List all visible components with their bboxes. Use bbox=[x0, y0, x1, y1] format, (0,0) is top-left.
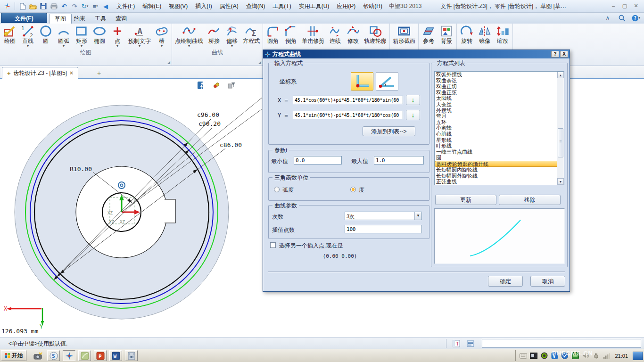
polar-coord-button[interactable] bbox=[376, 72, 398, 90]
menu-help[interactable]: 帮助(H) bbox=[359, 0, 386, 13]
save-icon[interactable] bbox=[39, 2, 48, 10]
dimension-r10[interactable]: R10.00 bbox=[70, 165, 92, 173]
help-icon[interactable]: ?▾ bbox=[632, 14, 640, 22]
list-item[interactable]: 心脏线 bbox=[435, 131, 564, 137]
ribbon-item-background[interactable]: 背景 bbox=[438, 25, 455, 49]
list-item[interactable]: 外摆线 bbox=[435, 107, 564, 114]
dimension-d96[interactable]: c96.00 bbox=[197, 111, 219, 118]
tab-close-icon[interactable]: × bbox=[70, 70, 73, 76]
tab-constraint[interactable]: 约束 bbox=[69, 14, 91, 24]
tab-sketch[interactable]: 草图 bbox=[49, 14, 72, 24]
ribbon-item-line[interactable]: 12 直线▾ bbox=[19, 25, 37, 49]
dialog-help-button[interactable]: ? bbox=[551, 51, 559, 58]
list-item[interactable]: 正弦曲线 bbox=[435, 179, 564, 185]
quicklaunch-notes-icon[interactable] bbox=[78, 350, 91, 361]
ribbon-item-bridge[interactable]: 桥接 bbox=[205, 25, 223, 49]
list-item[interactable]: 五环 bbox=[435, 119, 564, 125]
equation-listbox[interactable]: 双弧外摆线 双曲余弦 双曲正切 双曲正弦 太阳线 天蚕丝 外摆线 弯月 五环 小… bbox=[434, 71, 564, 185]
add-to-list-button[interactable]: 添加到列表--> bbox=[363, 126, 415, 136]
list-item[interactable]: 一峰三驻点曲线 bbox=[435, 149, 564, 155]
taskbar-clock[interactable]: 21:01 bbox=[613, 353, 630, 359]
ribbon-item-connect[interactable]: 连续 bbox=[326, 25, 344, 49]
scrollbar-thumb[interactable] bbox=[558, 128, 563, 157]
insert-point-checkbox[interactable] bbox=[270, 242, 276, 248]
menu-applications[interactable]: 应用(P) bbox=[333, 0, 359, 13]
eraser-icon[interactable] bbox=[211, 80, 222, 90]
list-item[interactable]: 圆 bbox=[435, 155, 564, 161]
x-equation-expand-button[interactable]: ↓ bbox=[406, 95, 420, 105]
quicklaunch-powerpoint-icon[interactable]: P bbox=[94, 350, 107, 361]
cancel-button[interactable]: 取消 bbox=[530, 276, 565, 287]
minimize-button[interactable]: – bbox=[609, 2, 618, 10]
y-equation-input[interactable] bbox=[293, 111, 403, 119]
ribbon-item-scale[interactable]: 缩放 bbox=[494, 25, 512, 49]
restore-button[interactable]: ▢ bbox=[620, 2, 629, 10]
collapse-ribbon-icon[interactable]: ∧ bbox=[603, 14, 612, 22]
menu-view[interactable]: 视图(V) bbox=[165, 0, 191, 13]
list-item[interactable]: 星形线 bbox=[435, 137, 564, 143]
dialog-close-button[interactable]: X bbox=[560, 51, 568, 58]
scroll-up-icon[interactable]: ▲ bbox=[557, 72, 564, 78]
ribbon-item-mirror[interactable]: 镜像 bbox=[476, 25, 494, 49]
degree-combobox[interactable]: 3次 ▼ bbox=[345, 212, 422, 220]
file-menu-button[interactable]: 文件(F) bbox=[1, 13, 47, 23]
ribbon-item-ready-text[interactable]: A 预制文字▾ bbox=[126, 25, 153, 49]
ribbon-item-rectangle[interactable]: 矩形▾ bbox=[73, 25, 91, 49]
ribbon-item-ellipse[interactable]: 椭圆 bbox=[91, 25, 108, 49]
list-item[interactable]: 双曲正切 bbox=[435, 83, 564, 90]
quicklaunch-zw3d-icon[interactable] bbox=[63, 350, 75, 361]
list-item[interactable]: 长短幅圆内旋轮线 bbox=[435, 167, 564, 173]
filter-icon[interactable] bbox=[226, 80, 237, 90]
screenshot-tool-icon[interactable] bbox=[31, 350, 44, 361]
list-item[interactable]: 弯月 bbox=[435, 113, 564, 119]
list-item[interactable]: 双曲余弦 bbox=[435, 78, 564, 84]
combo-dropdown-icon[interactable]: ▼ bbox=[414, 212, 421, 220]
show-desktop-button[interactable] bbox=[633, 352, 643, 360]
y-equation-expand-button[interactable]: ↓ bbox=[406, 110, 420, 120]
menu-utilities[interactable]: 实用工具(U) bbox=[295, 0, 333, 13]
quicklaunch-browser-icon[interactable]: S bbox=[47, 350, 60, 361]
ribbon-item-arc[interactable]: 圆弧▾ bbox=[55, 25, 73, 49]
list-item[interactable]: 双弧外摆线 bbox=[435, 72, 564, 78]
ribbon-item-equation[interactable]: Σ 方程式 bbox=[241, 25, 262, 49]
ribbon-item-fillet[interactable]: 圆角 bbox=[264, 25, 282, 49]
open-file-icon[interactable] bbox=[29, 2, 37, 10]
menu-tools[interactable]: 工具(T) bbox=[269, 0, 295, 13]
tab-tools[interactable]: 工具 bbox=[90, 14, 111, 24]
quicklaunch-calculator-icon[interactable] bbox=[125, 350, 138, 361]
x-equation-input[interactable] bbox=[293, 96, 403, 104]
toolbar-panel-icon[interactable]: T bbox=[452, 339, 461, 348]
nvidia-icon[interactable] bbox=[540, 352, 548, 360]
power-plug-icon[interactable] bbox=[592, 352, 600, 360]
ribbon-item-sketch-draw[interactable]: 绘图 bbox=[1, 25, 19, 49]
list-scrollbar[interactable]: ▲ ▼ bbox=[557, 72, 564, 185]
list-item[interactable]: 叶形线 bbox=[435, 143, 564, 149]
status-input[interactable] bbox=[482, 339, 641, 348]
list-item[interactable]: 长短幅圆外旋轮线 bbox=[435, 173, 564, 179]
ok-button[interactable]: 确定 bbox=[488, 276, 523, 287]
ribbon-item-offset[interactable]: 偏移▾ bbox=[223, 25, 241, 49]
keyboard-icon[interactable] bbox=[520, 352, 527, 360]
undo-icon[interactable]: ↶ bbox=[60, 2, 68, 10]
new-tab-button[interactable]: + bbox=[92, 68, 106, 78]
quicklaunch-word-icon[interactable]: W bbox=[109, 350, 122, 361]
menu-inquire[interactable]: 查询(N) bbox=[242, 0, 269, 13]
menu-attributes[interactable]: 属性(A) bbox=[216, 0, 242, 13]
list-item[interactable]: 天蚕丝 bbox=[435, 101, 564, 107]
exit-sketch-icon[interactable] bbox=[196, 80, 206, 90]
cartesian-coord-button[interactable] bbox=[351, 72, 373, 90]
update-button[interactable]: 更新 bbox=[435, 195, 496, 205]
ribbon-item-rotate[interactable]: 旋转 bbox=[458, 25, 476, 49]
min-value-input[interactable] bbox=[294, 156, 342, 165]
remove-button[interactable]: 移除 bbox=[499, 195, 561, 205]
back-icon[interactable]: ◀ bbox=[101, 2, 110, 10]
network-signal-icon[interactable] bbox=[603, 352, 610, 360]
start-button[interactable]: 开始 bbox=[1, 350, 26, 361]
group-dialog-launcher-icon[interactable]: ◢ bbox=[258, 60, 261, 65]
ribbon-item-curve-by-points[interactable]: 点绘制曲线▾ bbox=[173, 25, 205, 49]
interp-points-input[interactable] bbox=[345, 225, 422, 233]
display-mode-icon[interactable]: ≡▾ bbox=[91, 2, 99, 10]
menu-edit[interactable]: 编辑(E) bbox=[139, 0, 165, 13]
ribbon-item-circle[interactable]: 圆 bbox=[37, 25, 55, 49]
ribbon-item-box-section[interactable]: 箱形截面 bbox=[391, 25, 417, 49]
